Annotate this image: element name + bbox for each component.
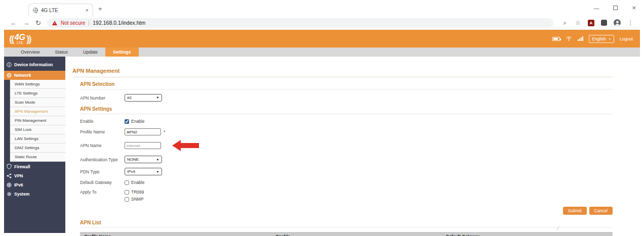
sidebar-item-network[interactable]: Network [4,71,65,80]
apply-to-label: Apply To [80,190,125,195]
col-profile-name: Profile Name [80,232,272,236]
default-gateway-label: Default Gateway [80,180,125,185]
sidebar-item-pin-management[interactable]: PIN Management [10,116,65,125]
pdf-extension-icon[interactable]: A [588,20,594,26]
favicon-globe-icon [33,8,38,13]
new-tab-button[interactable]: + [98,5,102,13]
sidebar-item-lan-settings[interactable]: LAN Settings [10,134,65,144]
gear-icon [7,192,12,197]
minimize-button[interactable]: — [593,5,599,11]
main-content: APN Management APN Selection APN Number … [65,57,640,233]
sidebar-item-firewall[interactable]: Firewall [4,162,65,171]
apply-to-snmp-checkbox[interactable] [125,197,129,202]
sidebar-item-dmz-settings[interactable]: DMZ Settings [10,144,65,153]
header-status-area: English ▼ Logout [552,30,633,48]
back-icon[interactable]: ← [10,20,17,26]
app-logo: (( 4G LTE )) [9,33,31,44]
apn-number-label: APN Number [80,96,125,101]
signal-bars-icon [578,36,583,41]
apply-to-tr069-checkbox[interactable] [125,190,129,195]
logo-4g: 4G [15,33,25,41]
apn-number-select[interactable]: #2 ▼ [125,94,162,102]
section-divider [80,114,613,114]
required-asterisk: * [164,129,165,134]
antenna-icon [566,36,572,41]
profile-name-input[interactable] [125,128,161,135]
sidebar-item-lte-settings[interactable]: LTE Settings [10,89,65,98]
apply-to-snmp-label: SNMP [131,197,144,202]
sidebar-item-sim-lock[interactable]: SIM Lock [10,125,65,134]
default-gateway-checkbox-label: Enable [131,180,144,185]
sidebar-item-static-route[interactable]: Static Route [10,153,65,162]
network-icon [7,73,12,78]
sidebar-item-system[interactable]: System [4,190,65,199]
apn-settings-heading: APN Settings [80,106,613,112]
info-icon [7,62,12,67]
sidebar-item-vpn[interactable]: VPN [4,171,65,180]
share-nodes-icon [7,173,12,178]
not-secure-warning-icon: ! [52,21,57,25]
section-divider [80,227,613,228]
submit-button[interactable]: Submit [563,207,586,215]
browser-window: 4G LTE × + — × ← → ↻ ! Not secure 192.16… [4,2,640,236]
apn-list-section: APN List Profile Name Enable Default Gat… [80,220,613,236]
tab-close-icon[interactable]: × [86,7,89,13]
pdn-type-select[interactable]: IPv4 ▼ [125,168,162,175]
enable-checkbox-label: Enable [131,119,144,124]
logout-button[interactable]: Logout [620,36,633,41]
col-default-gateway: Default Gateway [442,232,612,236]
battery-icon [552,37,560,41]
col-enable: Enable [272,232,442,236]
maximize-button[interactable] [613,6,618,10]
sidebar-item-ipv6[interactable]: IPv6 [4,180,65,190]
sidebar-item-device-information[interactable]: Device Information [4,60,65,69]
sidebar-item-scan-mode[interactable]: Scan Mode [10,98,65,107]
language-value: English [592,36,606,41]
zoom-icon[interactable]: ⌕ [561,20,568,26]
apn-name-label: APN Name [80,143,125,148]
authentication-type-select[interactable]: NONE ▼ [125,156,162,163]
logo-arc-right: )) [26,33,31,44]
logo-lte: LTE [17,41,23,44]
tab-settings[interactable]: Settings [105,48,139,57]
apn-selection-heading: APN Selection [80,81,613,87]
extensions-icon[interactable] [601,20,607,26]
apn-selection-section: APN Selection APN Number #2 ▼ [80,81,613,102]
url-text[interactable]: 192.168.0.1/index.htm [93,20,145,26]
red-pointer-arrow [172,140,199,151]
app-header: (( 4G LTE )) English ▼ Logout [4,30,640,48]
chevron-down-icon: ▼ [156,170,159,173]
apn-settings-section: APN Settings Enable Enable Profile Name … [80,106,613,202]
tab-update[interactable]: Update [75,48,105,57]
chevron-down-icon: ▼ [609,37,611,40]
tab-overview[interactable]: Overview [13,48,48,57]
browser-toolbar: ← → ↻ ! Not secure 192.168.0.1/index.htm… [4,16,640,30]
apply-to-tr069-label: TR069 [131,190,144,195]
language-select[interactable]: English ▼ [589,35,614,43]
default-gateway-checkbox[interactable] [125,180,129,185]
not-secure-label[interactable]: Not secure [61,20,85,26]
chevron-down-icon: ▼ [156,158,159,161]
reload-icon[interactable]: ↻ [35,20,41,26]
forward-icon[interactable]: → [23,20,29,26]
browser-tab[interactable]: 4G LTE × [28,4,93,16]
network-submenu: WAN Settings LTE Settings Scan Mode APN … [10,80,65,162]
toolbar-icons: ⌕ ☆ A ⋮ [561,19,634,26]
tab-status[interactable]: Status [48,48,76,57]
apn-name-input[interactable] [125,142,161,149]
bookmark-star-icon[interactable]: ☆ [575,20,581,26]
shield-icon [7,164,12,169]
cancel-button[interactable]: Cancel [589,207,613,215]
sidebar-item-wan-settings[interactable]: WAN Settings [10,80,65,89]
enable-checkbox[interactable] [125,119,129,124]
pdn-type-label: PDN Type [80,169,125,174]
enable-label: Enable [80,119,125,124]
apn-list-table: Profile Name Enable Default Gateway APN1… [80,232,613,236]
globe-icon [7,182,12,187]
sidebar-item-apn-management[interactable]: APN Management [10,107,65,116]
profile-avatar[interactable] [614,19,621,26]
close-window-button[interactable]: × [632,4,636,12]
address-bar[interactable]: ! Not secure 192.168.0.1/index.htm [47,18,553,28]
authentication-type-label: Authentication Type [80,157,125,162]
browser-menu-icon[interactable]: ⋮ [627,20,634,26]
